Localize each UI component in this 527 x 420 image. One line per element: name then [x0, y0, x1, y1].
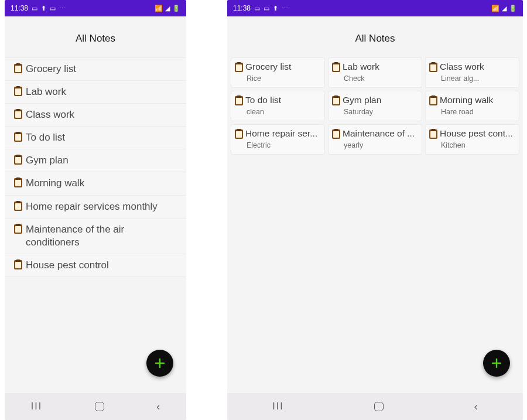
note-title: Gym plan: [343, 95, 418, 105]
clipboard-icon: [235, 129, 243, 139]
note-row[interactable]: Grocery list: [5, 57, 186, 80]
note-title: House pest control: [26, 259, 178, 272]
note-title: Morning walk: [26, 177, 178, 190]
wifi-icon: 📶: [155, 5, 163, 12]
note-row[interactable]: Lab work: [5, 80, 186, 103]
note-subtitle: yearly: [332, 139, 418, 149]
clipboard-icon: [429, 96, 437, 105]
signal-icon: ◢: [165, 5, 170, 12]
note-subtitle: Kitchen: [429, 139, 515, 149]
note-subtitle: Saturday: [332, 105, 418, 116]
nav-back-button[interactable]: ‹: [142, 396, 174, 418]
note-title: Lab work: [343, 62, 418, 72]
note-title: Morning walk: [440, 95, 515, 105]
note-title: Gym plan: [26, 154, 178, 167]
phone-portrait-list: 11:38 ▭ ⬆ ▭ ⋯ 📶 ◢ 🔋 All Notes Grocery li…: [5, 0, 186, 420]
note-title: Lab work: [26, 86, 178, 98]
nav-home-button[interactable]: [360, 397, 398, 416]
clipboard-icon: [14, 224, 22, 234]
note-title: To do list: [26, 131, 178, 144]
status-time: 11:38: [233, 4, 251, 12]
notes-list[interactable]: Grocery listLab workClass workTo do list…: [5, 57, 186, 277]
note-row[interactable]: Class work: [5, 103, 186, 126]
clipboard-icon: [429, 129, 437, 139]
wifi-icon: 📶: [491, 5, 499, 12]
android-nav-bar: III ‹: [5, 393, 186, 420]
clipboard-icon: [332, 96, 340, 105]
note-card[interactable]: Maintenance of ...yearly: [328, 124, 422, 155]
note-title: To do list: [245, 95, 321, 105]
image-icon: ▭: [254, 5, 260, 12]
clipboard-icon: [14, 64, 22, 73]
clipboard-icon: [14, 202, 22, 211]
battery-icon: 🔋: [172, 5, 180, 12]
note-row[interactable]: To do list: [5, 126, 186, 149]
youtube-icon: ▭: [32, 5, 37, 12]
status-time: 11:38: [11, 4, 28, 12]
clipboard-icon: [14, 110, 22, 119]
signal-icon: ◢: [502, 5, 507, 12]
clipboard-icon: [235, 96, 243, 105]
clipboard-icon: [14, 155, 22, 165]
note-subtitle: clean: [235, 105, 321, 116]
more-icon: ⋯: [59, 5, 66, 12]
upload-icon: ⬆: [41, 5, 46, 12]
upload-icon: ⬆: [273, 5, 278, 12]
note-card[interactable]: Lab workCheck: [328, 57, 422, 88]
page-title: All Notes: [5, 16, 186, 57]
notes-grid[interactable]: Grocery listRiceLab workCheckClass workL…: [227, 57, 523, 155]
note-card[interactable]: Morning walkHare road: [425, 91, 519, 121]
note-card[interactable]: Grocery listRice: [231, 57, 325, 88]
phone-landscape-grid: 11:38 ▭ ▭ ⬆ ⋯ 📶 ◢ 🔋 All Notes Grocery li…: [227, 0, 523, 420]
android-nav-bar: III ‹: [227, 393, 523, 420]
note-title: Grocery list: [26, 63, 178, 76]
note-row[interactable]: Morning walk: [5, 172, 186, 194]
note-card[interactable]: To do listclean: [231, 91, 325, 121]
note-row[interactable]: Home repair services monthly: [5, 195, 186, 218]
note-card[interactable]: Class workLinear alg...: [425, 57, 519, 88]
add-note-fab[interactable]: [146, 350, 173, 377]
battery-icon: 🔋: [509, 5, 517, 12]
note-subtitle: Hare road: [429, 105, 515, 116]
clipboard-icon: [429, 63, 437, 72]
note-title: House pest cont...: [440, 128, 515, 139]
note-title: Maintenance of the air conditioners: [26, 223, 178, 249]
plus-icon: [491, 358, 502, 368]
clipboard-icon: [14, 260, 22, 269]
add-note-fab[interactable]: [483, 350, 510, 377]
nav-back-button[interactable]: ‹: [460, 396, 492, 418]
status-bar: 11:38 ▭ ▭ ⬆ ⋯ 📶 ◢ 🔋: [227, 0, 523, 16]
clipboard-icon: [14, 132, 22, 142]
image-icon: ▭: [50, 5, 56, 12]
clipboard-icon: [14, 87, 22, 96]
clipboard-icon: [14, 178, 22, 187]
clipboard-icon: [332, 63, 340, 72]
note-subtitle: Electric: [235, 139, 321, 149]
note-card[interactable]: Gym planSaturday: [328, 91, 422, 121]
status-bar: 11:38 ▭ ⬆ ▭ ⋯ 📶 ◢ 🔋: [5, 0, 186, 16]
page-title: All Notes: [227, 16, 523, 57]
note-row[interactable]: Gym plan: [5, 149, 186, 172]
note-row[interactable]: Maintenance of the air conditioners: [5, 218, 186, 254]
note-title: Home repair ser...: [245, 128, 321, 139]
nav-home-button[interactable]: [81, 397, 118, 416]
note-subtitle: Check: [332, 72, 418, 83]
note-subtitle: Linear alg...: [429, 72, 515, 83]
youtube-icon: ▭: [264, 5, 269, 12]
plus-icon: [155, 358, 165, 368]
note-title: Maintenance of ...: [343, 128, 418, 139]
note-card[interactable]: House pest cont...Kitchen: [425, 124, 519, 155]
more-icon: ⋯: [282, 5, 288, 12]
note-title: Class work: [26, 108, 178, 121]
note-row[interactable]: House pest control: [5, 254, 186, 277]
clipboard-icon: [332, 129, 340, 139]
note-title: Grocery list: [245, 62, 321, 72]
nav-recent-button[interactable]: III: [258, 397, 297, 416]
note-subtitle: Rice: [235, 72, 321, 83]
clipboard-icon: [235, 63, 243, 72]
note-title: Home repair services monthly: [26, 200, 178, 213]
note-card[interactable]: Home repair ser...Electric: [231, 124, 325, 155]
note-title: Class work: [440, 62, 515, 72]
nav-recent-button[interactable]: III: [17, 397, 56, 416]
